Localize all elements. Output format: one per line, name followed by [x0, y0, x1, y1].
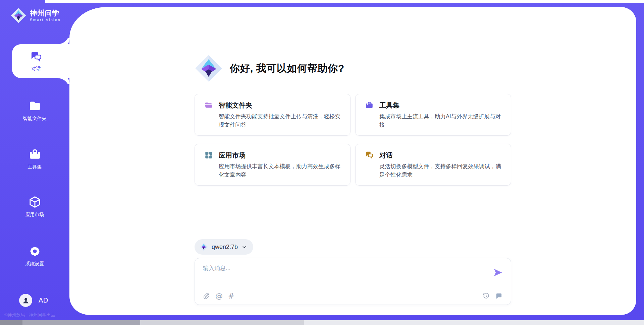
sidebar-item-smart-folder[interactable]: 智能文件夹: [0, 99, 69, 122]
user-name: AD: [39, 297, 48, 304]
chat-bubbles-icon: [30, 51, 42, 63]
card-smart-folder[interactable]: 智能文件夹 智能文件夹功能支持批量文件上传与清洗，轻松实现文件问答: [195, 94, 351, 136]
greeting-title: 你好, 我可以如何帮助你?: [230, 62, 344, 75]
sidebar-item-chat[interactable]: 对话: [12, 44, 69, 78]
main-content: 你好, 我可以如何帮助你? 智能文件夹 智能文件夹功能支持批量文件上传与清洗，轻…: [69, 7, 636, 315]
gear-icon: [28, 245, 42, 258]
user-account[interactable]: AD: [19, 294, 48, 307]
sidebar-item-app-market[interactable]: 应用市场: [0, 195, 69, 218]
sidebar-item-label: 系统设置: [25, 261, 44, 267]
model-selector[interactable]: qwen2:7b: [195, 239, 253, 255]
card-title: 对话: [379, 151, 393, 159]
sidebar-top-edge: [0, 0, 45, 3]
brand-subtitle: Smart Vision: [30, 18, 61, 22]
card-title: 应用市场: [219, 151, 246, 159]
card-title: 智能文件夹: [219, 101, 252, 110]
app-grid-icon: [204, 151, 213, 159]
chat-bubbles-icon: [365, 151, 374, 159]
history-icon[interactable]: [483, 292, 490, 300]
person-icon: [21, 296, 30, 305]
gem-logo-icon: [10, 7, 26, 23]
shortcut-cards: 智能文件夹 智能文件夹功能支持批量文件上传与清洗，轻松实现文件问答 工具集 集成…: [195, 94, 511, 186]
toolbox-icon: [28, 148, 42, 161]
message-composer: @ #: [195, 258, 511, 305]
card-description: 应用市场提供丰富长文本模板，助力高效生成多样化文章内容: [219, 162, 343, 179]
hero: 你好, 我可以如何帮助你?: [195, 54, 511, 82]
chevron-down-icon: [241, 244, 247, 250]
horizontal-scrollbar[interactable]: [0, 320, 644, 325]
card-description: 灵活切换多模型文件，支持多样回复效果调试，满足个性化需求: [379, 162, 504, 179]
card-description: 集成市场上主流工具，助力AI与外界无缝扩展与对接: [379, 112, 504, 129]
app-frame: 神州问学 Smart Vision 对话 智能文件夹: [0, 3, 644, 320]
at-icon[interactable]: @: [215, 292, 223, 300]
paperclip-icon[interactable]: [203, 292, 210, 300]
send-icon[interactable]: [493, 267, 503, 278]
sidebar-item-toolset[interactable]: 工具集: [0, 148, 69, 170]
card-toolset[interactable]: 工具集 集成市场上主流工具，助力AI与外界无缝扩展与对接: [355, 94, 511, 136]
avatar: [19, 294, 32, 307]
card-app-market[interactable]: 应用市场 应用市场提供丰富长文本模板，助力高效生成多样化文章内容: [195, 144, 351, 186]
brand-logo: 神州问学 Smart Vision: [10, 7, 61, 23]
card-title: 工具集: [379, 101, 399, 110]
card-chat[interactable]: 对话 灵活切换多模型文件，支持多样回复效果调试，满足个性化需求: [355, 144, 511, 186]
message-input[interactable]: [203, 264, 487, 284]
folder-icon: [28, 99, 42, 113]
hash-icon[interactable]: #: [228, 292, 234, 300]
model-name: qwen2:7b: [212, 244, 238, 251]
composer-toolbar: @ #: [203, 287, 503, 305]
sidebar-item-label: 对话: [32, 66, 41, 72]
gem-logo-icon: [199, 243, 208, 251]
toolbox-icon: [365, 101, 374, 110]
brand-title: 神州问学: [30, 9, 61, 17]
sidebar-item-label: 应用市场: [25, 212, 44, 218]
card-description: 智能文件夹功能支持批量文件上传与清洗，轻松实现文件问答: [219, 112, 343, 129]
sidebar-item-label: 工具集: [28, 164, 42, 170]
copyright: ©神州数码 · 神州问学出品: [4, 312, 55, 318]
sidebar: 神州问学 Smart Vision 对话 智能文件夹: [0, 3, 69, 320]
gem-logo-icon: [195, 54, 223, 82]
sidebar-item-label: 智能文件夹: [23, 116, 47, 122]
cube-icon: [28, 195, 42, 209]
folder-open-icon: [204, 101, 213, 110]
chat-bubble-icon[interactable]: [495, 292, 503, 300]
sidebar-item-settings[interactable]: 系统设置: [0, 245, 69, 267]
